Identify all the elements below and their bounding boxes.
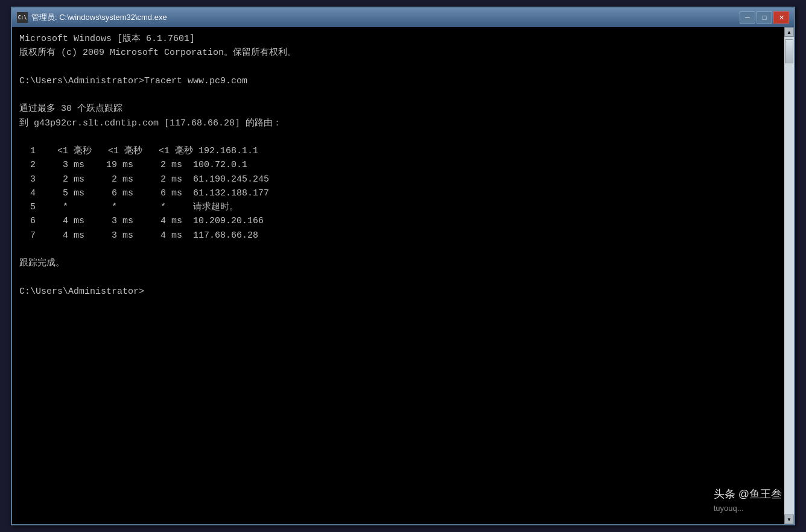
terminal-line: 2 3 ms 19 ms 2 ms 100.72.0.1: [19, 158, 777, 172]
terminal-line: C:\Users\Administrator>: [19, 285, 777, 299]
terminal-line: 4 5 ms 6 ms 6 ms 61.132.188.177: [19, 186, 777, 200]
terminal-line: C:\Users\Administrator>Tracert www.pc9.c…: [19, 74, 777, 88]
terminal-line: Microsoft Windows [版本 6.1.7601]: [19, 32, 777, 46]
cmd-icon-label: C:\: [18, 15, 27, 21]
scroll-up-button[interactable]: ▲: [784, 27, 794, 37]
terminal-line: 版权所有 (c) 2009 Microsoft Corporation。保留所有…: [19, 46, 777, 60]
terminal-output[interactable]: Microsoft Windows [版本 6.1.7601]版权所有 (c) …: [12, 27, 784, 524]
terminal-line: [19, 270, 777, 284]
terminal-line: [19, 60, 777, 74]
close-button[interactable]: ✕: [773, 11, 789, 24]
window-body: Microsoft Windows [版本 6.1.7601]版权所有 (c) …: [12, 27, 794, 524]
terminal-line: 跟踪完成。: [19, 256, 777, 270]
cmd-window: C:\ 管理员: C:\windows\system32\cmd.exe ─ □…: [11, 7, 795, 525]
scrollbar-track[interactable]: [784, 37, 794, 515]
scrollbar[interactable]: ▲ ▼: [784, 27, 794, 524]
watermark: 头条 @鱼王叁 tuyouq...: [714, 487, 782, 514]
titlebar-icon: C:\: [17, 12, 28, 23]
terminal-line: 1 <1 毫秒 <1 毫秒 <1 毫秒 192.168.1.1: [19, 144, 777, 158]
scroll-down-button[interactable]: ▼: [784, 515, 794, 524]
terminal-line: 6 4 ms 3 ms 4 ms 10.209.20.166: [19, 214, 777, 228]
minimize-button[interactable]: ─: [740, 11, 755, 24]
window-controls: ─ □ ✕: [740, 11, 789, 24]
titlebar: C:\ 管理员: C:\windows\system32\cmd.exe ─ □…: [12, 8, 794, 27]
titlebar-title: 管理员: C:\windows\system32\cmd.exe: [31, 12, 740, 23]
watermark-sub: tuyouq...: [714, 504, 744, 513]
terminal-line: 通过最多 30 个跃点跟踪: [19, 102, 777, 116]
terminal-line: [19, 88, 777, 102]
terminal-line: [19, 242, 777, 256]
terminal-line: 5 * * * 请求超时。: [19, 200, 777, 214]
terminal-line: 7 4 ms 3 ms 4 ms 117.68.66.28: [19, 229, 777, 242]
restore-button[interactable]: □: [757, 11, 772, 24]
terminal-line: 3 2 ms 2 ms 2 ms 61.190.245.245: [19, 173, 777, 186]
terminal-line: 到 g43p92cr.slt.cdntip.com [117.68.66.28]…: [19, 116, 777, 130]
terminal-line: [19, 130, 777, 144]
scrollbar-thumb[interactable]: [785, 39, 793, 63]
watermark-text: 头条 @鱼王叁: [714, 488, 782, 500]
